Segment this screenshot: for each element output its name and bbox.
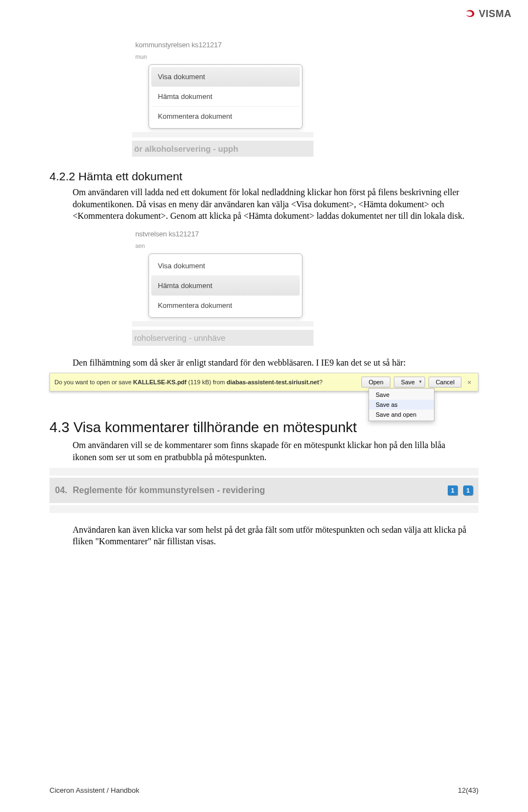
- menu-item-kommentera-dokument[interactable]: Kommentera dokument: [151, 295, 300, 315]
- screenshot-context-menu-1: kommunstyrelsen ks121217 mun Visa dokume…: [132, 38, 314, 157]
- menu-item-visa-dokument[interactable]: Visa dokument: [151, 67, 300, 86]
- page-footer: Ciceron Assistent / Handbok 12(43): [50, 786, 479, 794]
- comment-bubble-icon[interactable]: 1: [463, 485, 473, 495]
- attachment-badge[interactable]: 1: [448, 485, 458, 495]
- menu-item-hamta-dokument[interactable]: Hämta dokument: [151, 275, 300, 295]
- paragraph-after-agenda: Användaren kan även klicka var som helst…: [73, 524, 469, 548]
- footer-right: 12(43): [458, 786, 479, 794]
- bg-fragment-bottom: roholservering - unnhäve: [132, 330, 314, 346]
- agenda-item[interactable]: 04. Reglemente för kommunstyrelsen - rev…: [50, 478, 479, 503]
- context-fragment: sen: [132, 240, 314, 251]
- brand-logo: VISMA: [464, 8, 512, 20]
- dropdown-save-as[interactable]: Save as: [369, 400, 434, 410]
- cancel-button[interactable]: Cancel: [428, 377, 461, 388]
- dropdown-save-and-open[interactable]: Save and open: [369, 410, 434, 419]
- download-message: Do you want to open or save KALLELSE-KS.…: [54, 379, 358, 385]
- screenshot-context-menu-2: nstvrelsen ks121217 sen Visa dokument Hä…: [132, 228, 314, 346]
- agenda-number: 04.: [55, 485, 67, 495]
- agenda-title: Reglemente för kommunstyrelsen - revider…: [73, 485, 442, 495]
- paragraph-43: Om användaren vill se de kommentarer som…: [73, 439, 469, 463]
- menu-item-hamta-dokument[interactable]: Hämta dokument: [151, 86, 300, 106]
- heading-4-3: 4.3 Visa kommentarer tillhörande en möte…: [50, 419, 479, 436]
- bg-fragment-bottom: ör alkoholservering - upph: [132, 141, 314, 157]
- context-menu: Visa dokument Hämta dokument Kommentera …: [148, 64, 302, 129]
- paragraph-after-shot2: Den filhämtning som då sker är enligt st…: [73, 357, 469, 369]
- save-dropdown: Save Save as Save and open: [369, 388, 435, 421]
- context-menu: Visa dokument Hämta dokument Kommentera …: [148, 253, 302, 318]
- brand-text: VISMA: [479, 8, 512, 20]
- context-fragment: mun: [132, 51, 314, 62]
- menu-item-kommentera-dokument[interactable]: Kommentera dokument: [151, 106, 300, 126]
- context-title: nstvrelsen ks121217: [132, 228, 314, 240]
- visma-swirl-icon: [464, 8, 476, 20]
- save-button[interactable]: Save: [394, 377, 425, 388]
- close-icon[interactable]: ×: [465, 378, 474, 386]
- paragraph-422: Om användaren vill ladda ned ett dokumen…: [73, 186, 469, 222]
- heading-4-2-2: 4.2.2 Hämta ett dokument: [50, 170, 479, 183]
- open-button[interactable]: Open: [361, 377, 391, 388]
- dropdown-save[interactable]: Save: [369, 390, 434, 400]
- context-title: kommunstyrelsen ks121217: [132, 38, 314, 51]
- footer-left: Ciceron Assistent / Handbok: [50, 786, 139, 794]
- menu-item-visa-dokument[interactable]: Visa dokument: [151, 256, 300, 275]
- screenshot-agenda-row: 04. Reglemente för kommunstyrelsen - rev…: [50, 468, 479, 513]
